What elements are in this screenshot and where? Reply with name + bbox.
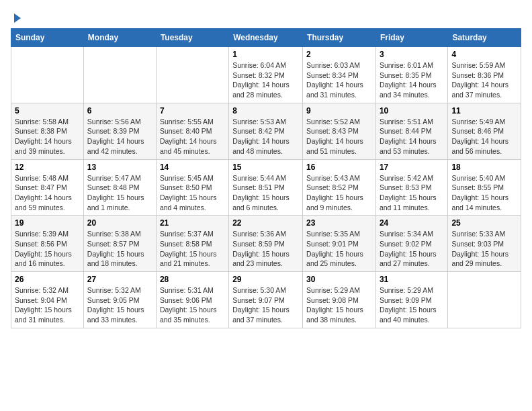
col-header-thursday: Thursday <box>303 29 376 47</box>
day-info: Sunrise: 5:45 AMSunset: 8:50 PMDaylight:… <box>160 173 225 213</box>
day-info: Sunrise: 5:32 AMSunset: 9:04 PMDaylight:… <box>15 285 80 325</box>
day-cell: 1Sunrise: 6:04 AMSunset: 8:32 PMDaylight… <box>229 47 303 103</box>
day-info: Sunrise: 5:38 AMSunset: 8:57 PMDaylight:… <box>87 229 152 269</box>
day-info: Sunrise: 5:59 AMSunset: 8:36 PMDaylight:… <box>451 60 517 100</box>
day-cell <box>156 47 228 103</box>
day-number: 14 <box>160 163 225 172</box>
day-info: Sunrise: 6:04 AMSunset: 8:32 PMDaylight:… <box>232 60 299 100</box>
day-info: Sunrise: 5:36 AMSunset: 8:59 PMDaylight:… <box>232 229 299 269</box>
day-cell: 4Sunrise: 5:59 AMSunset: 8:36 PMDaylight… <box>448 47 521 103</box>
day-number: 20 <box>87 218 152 228</box>
day-info: Sunrise: 5:49 AMSunset: 8:46 PMDaylight:… <box>451 117 517 156</box>
day-cell: 23Sunrise: 5:35 AMSunset: 9:01 PMDayligh… <box>303 216 376 272</box>
day-cell: 18Sunrise: 5:40 AMSunset: 8:55 PMDayligh… <box>448 159 521 216</box>
day-number: 3 <box>380 50 444 59</box>
week-row-1: 1Sunrise: 6:04 AMSunset: 8:32 PMDaylight… <box>11 47 521 103</box>
day-info: Sunrise: 5:33 AMSunset: 9:03 PMDaylight:… <box>451 229 517 269</box>
calendar-table: SundayMondayTuesdayWednesdayThursdayFrid… <box>11 28 521 328</box>
day-cell: 15Sunrise: 5:44 AMSunset: 8:51 PMDayligh… <box>229 159 303 216</box>
day-info: Sunrise: 5:37 AMSunset: 8:58 PMDaylight:… <box>160 229 225 269</box>
day-info: Sunrise: 5:31 AMSunset: 9:06 PMDaylight:… <box>160 285 225 325</box>
day-number: 13 <box>87 163 152 172</box>
day-info: Sunrise: 5:32 AMSunset: 9:05 PMDaylight:… <box>87 285 152 325</box>
day-info: Sunrise: 5:43 AMSunset: 8:52 PMDaylight:… <box>306 173 372 213</box>
day-info: Sunrise: 5:42 AMSunset: 8:53 PMDaylight:… <box>380 173 444 213</box>
day-info: Sunrise: 6:03 AMSunset: 8:34 PMDaylight:… <box>306 60 372 100</box>
day-number: 22 <box>232 218 299 228</box>
day-info: Sunrise: 5:51 AMSunset: 8:44 PMDaylight:… <box>380 117 444 156</box>
day-info: Sunrise: 5:55 AMSunset: 8:40 PMDaylight:… <box>160 117 225 156</box>
day-number: 19 <box>15 218 80 228</box>
day-number: 8 <box>232 106 299 116</box>
day-cell: 10Sunrise: 5:51 AMSunset: 8:44 PMDayligh… <box>375 103 447 159</box>
page-header <box>11 11 521 20</box>
day-number: 9 <box>306 106 372 116</box>
day-number: 17 <box>380 163 444 172</box>
day-cell: 21Sunrise: 5:37 AMSunset: 8:58 PMDayligh… <box>156 216 228 272</box>
day-number: 29 <box>232 275 299 284</box>
day-number: 26 <box>15 275 80 284</box>
week-row-3: 12Sunrise: 5:48 AMSunset: 8:47 PMDayligh… <box>11 159 521 216</box>
col-header-tuesday: Tuesday <box>156 29 228 47</box>
day-number: 18 <box>451 163 517 172</box>
day-number: 10 <box>380 106 444 116</box>
day-info: Sunrise: 5:34 AMSunset: 9:02 PMDaylight:… <box>380 229 444 269</box>
day-cell: 12Sunrise: 5:48 AMSunset: 8:47 PMDayligh… <box>11 159 84 216</box>
day-cell: 28Sunrise: 5:31 AMSunset: 9:06 PMDayligh… <box>156 272 228 328</box>
day-info: Sunrise: 5:48 AMSunset: 8:47 PMDaylight:… <box>15 173 80 213</box>
day-number: 6 <box>87 106 152 116</box>
day-info: Sunrise: 5:56 AMSunset: 8:39 PMDaylight:… <box>87 117 152 156</box>
day-number: 27 <box>87 275 152 284</box>
day-cell: 11Sunrise: 5:49 AMSunset: 8:46 PMDayligh… <box>448 103 521 159</box>
logo <box>11 11 21 20</box>
day-number: 21 <box>160 218 225 228</box>
week-row-4: 19Sunrise: 5:39 AMSunset: 8:56 PMDayligh… <box>11 216 521 272</box>
day-info: Sunrise: 5:47 AMSunset: 8:48 PMDaylight:… <box>87 173 152 213</box>
day-cell: 27Sunrise: 5:32 AMSunset: 9:05 PMDayligh… <box>83 272 156 328</box>
day-info: Sunrise: 5:40 AMSunset: 8:55 PMDaylight:… <box>451 173 517 213</box>
col-header-wednesday: Wednesday <box>229 29 303 47</box>
day-number: 11 <box>451 106 517 116</box>
day-number: 16 <box>306 163 372 172</box>
day-cell: 30Sunrise: 5:29 AMSunset: 9:08 PMDayligh… <box>303 272 376 328</box>
day-number: 23 <box>306 218 372 228</box>
day-cell: 5Sunrise: 5:58 AMSunset: 8:38 PMDaylight… <box>11 103 84 159</box>
day-info: Sunrise: 5:53 AMSunset: 8:42 PMDaylight:… <box>232 117 299 156</box>
week-row-5: 26Sunrise: 5:32 AMSunset: 9:04 PMDayligh… <box>11 272 521 328</box>
day-cell <box>83 47 156 103</box>
day-info: Sunrise: 6:01 AMSunset: 8:35 PMDaylight:… <box>380 60 444 100</box>
day-number: 7 <box>160 106 225 116</box>
day-info: Sunrise: 5:35 AMSunset: 9:01 PMDaylight:… <box>306 229 372 269</box>
col-header-saturday: Saturday <box>448 29 521 47</box>
day-cell <box>448 272 521 328</box>
day-number: 5 <box>15 106 80 116</box>
day-cell: 24Sunrise: 5:34 AMSunset: 9:02 PMDayligh… <box>375 216 447 272</box>
day-number: 12 <box>15 163 80 172</box>
day-number: 25 <box>451 218 517 228</box>
day-info: Sunrise: 5:58 AMSunset: 8:38 PMDaylight:… <box>15 117 80 156</box>
col-header-monday: Monday <box>83 29 156 47</box>
day-cell <box>11 47 84 103</box>
day-cell: 3Sunrise: 6:01 AMSunset: 8:35 PMDaylight… <box>375 47 447 103</box>
day-number: 1 <box>232 50 299 59</box>
day-number: 30 <box>306 275 372 284</box>
day-number: 31 <box>380 275 444 284</box>
day-cell: 16Sunrise: 5:43 AMSunset: 8:52 PMDayligh… <box>303 159 376 216</box>
day-cell: 6Sunrise: 5:56 AMSunset: 8:39 PMDaylight… <box>83 103 156 159</box>
day-cell: 17Sunrise: 5:42 AMSunset: 8:53 PMDayligh… <box>375 159 447 216</box>
col-header-sunday: Sunday <box>11 29 84 47</box>
col-header-friday: Friday <box>375 29 447 47</box>
day-cell: 2Sunrise: 6:03 AMSunset: 8:34 PMDaylight… <box>303 47 376 103</box>
day-cell: 22Sunrise: 5:36 AMSunset: 8:59 PMDayligh… <box>229 216 303 272</box>
day-cell: 7Sunrise: 5:55 AMSunset: 8:40 PMDaylight… <box>156 103 228 159</box>
day-number: 28 <box>160 275 225 284</box>
day-cell: 8Sunrise: 5:53 AMSunset: 8:42 PMDaylight… <box>229 103 303 159</box>
day-number: 2 <box>306 50 372 59</box>
day-info: Sunrise: 5:29 AMSunset: 9:09 PMDaylight:… <box>380 285 444 325</box>
week-row-2: 5Sunrise: 5:58 AMSunset: 8:38 PMDaylight… <box>11 103 521 159</box>
day-cell: 25Sunrise: 5:33 AMSunset: 9:03 PMDayligh… <box>448 216 521 272</box>
day-number: 24 <box>380 218 444 228</box>
day-cell: 20Sunrise: 5:38 AMSunset: 8:57 PMDayligh… <box>83 216 156 272</box>
day-cell: 26Sunrise: 5:32 AMSunset: 9:04 PMDayligh… <box>11 272 84 328</box>
day-cell: 31Sunrise: 5:29 AMSunset: 9:09 PMDayligh… <box>375 272 447 328</box>
